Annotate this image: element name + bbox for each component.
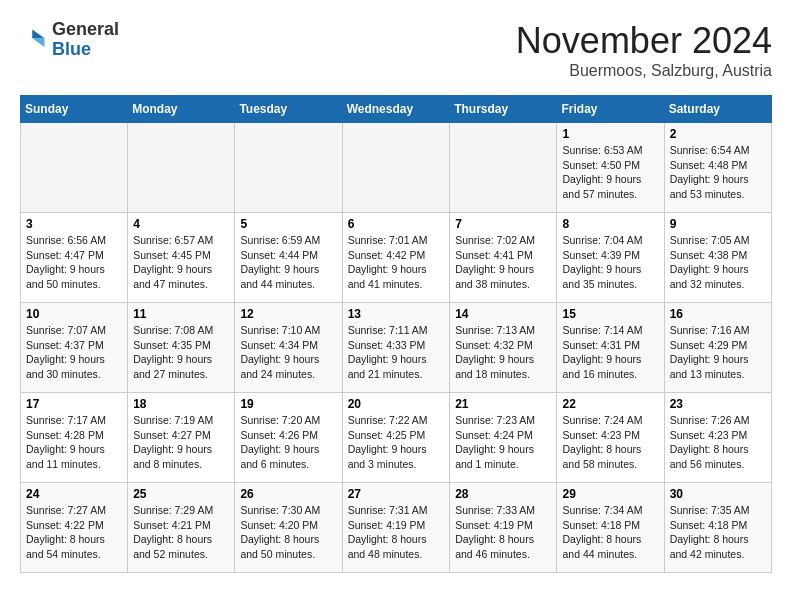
day-cell: 29Sunrise: 7:34 AM Sunset: 4:18 PM Dayli… — [557, 483, 664, 573]
day-info: Sunrise: 7:05 AM Sunset: 4:38 PM Dayligh… — [670, 233, 766, 292]
day-number: 25 — [133, 487, 229, 501]
day-number: 6 — [348, 217, 445, 231]
day-number: 12 — [240, 307, 336, 321]
day-cell: 23Sunrise: 7:26 AM Sunset: 4:23 PM Dayli… — [664, 393, 771, 483]
day-info: Sunrise: 7:31 AM Sunset: 4:19 PM Dayligh… — [348, 503, 445, 562]
day-cell: 25Sunrise: 7:29 AM Sunset: 4:21 PM Dayli… — [128, 483, 235, 573]
day-number: 30 — [670, 487, 766, 501]
day-cell: 19Sunrise: 7:20 AM Sunset: 4:26 PM Dayli… — [235, 393, 342, 483]
calendar: SundayMondayTuesdayWednesdayThursdayFrid… — [20, 95, 772, 573]
day-number: 13 — [348, 307, 445, 321]
day-number: 5 — [240, 217, 336, 231]
day-number: 22 — [562, 397, 658, 411]
logo-icon — [20, 26, 48, 54]
svg-marker-0 — [32, 29, 44, 38]
day-cell: 14Sunrise: 7:13 AM Sunset: 4:32 PM Dayli… — [450, 303, 557, 393]
day-number: 11 — [133, 307, 229, 321]
day-info: Sunrise: 7:16 AM Sunset: 4:29 PM Dayligh… — [670, 323, 766, 382]
day-cell — [128, 123, 235, 213]
title-area: November 2024 Buermoos, Salzburg, Austri… — [516, 20, 772, 80]
day-number: 19 — [240, 397, 336, 411]
day-cell: 15Sunrise: 7:14 AM Sunset: 4:31 PM Dayli… — [557, 303, 664, 393]
day-info: Sunrise: 7:26 AM Sunset: 4:23 PM Dayligh… — [670, 413, 766, 472]
calendar-body: 1Sunrise: 6:53 AM Sunset: 4:50 PM Daylig… — [21, 123, 772, 573]
day-cell: 20Sunrise: 7:22 AM Sunset: 4:25 PM Dayli… — [342, 393, 450, 483]
day-header-thursday: Thursday — [450, 96, 557, 123]
day-number: 23 — [670, 397, 766, 411]
day-info: Sunrise: 7:24 AM Sunset: 4:23 PM Dayligh… — [562, 413, 658, 472]
week-row-4: 17Sunrise: 7:17 AM Sunset: 4:28 PM Dayli… — [21, 393, 772, 483]
day-number: 2 — [670, 127, 766, 141]
day-number: 28 — [455, 487, 551, 501]
logo-general: General — [52, 20, 119, 40]
day-number: 7 — [455, 217, 551, 231]
day-number: 21 — [455, 397, 551, 411]
day-info: Sunrise: 7:35 AM Sunset: 4:18 PM Dayligh… — [670, 503, 766, 562]
day-header-friday: Friday — [557, 96, 664, 123]
day-cell: 1Sunrise: 6:53 AM Sunset: 4:50 PM Daylig… — [557, 123, 664, 213]
header-row: SundayMondayTuesdayWednesdayThursdayFrid… — [21, 96, 772, 123]
day-info: Sunrise: 7:19 AM Sunset: 4:27 PM Dayligh… — [133, 413, 229, 472]
day-number: 10 — [26, 307, 122, 321]
day-info: Sunrise: 6:59 AM Sunset: 4:44 PM Dayligh… — [240, 233, 336, 292]
day-number: 15 — [562, 307, 658, 321]
day-cell: 8Sunrise: 7:04 AM Sunset: 4:39 PM Daylig… — [557, 213, 664, 303]
logo: General Blue — [20, 20, 119, 60]
day-number: 18 — [133, 397, 229, 411]
day-info: Sunrise: 6:54 AM Sunset: 4:48 PM Dayligh… — [670, 143, 766, 202]
week-row-1: 1Sunrise: 6:53 AM Sunset: 4:50 PM Daylig… — [21, 123, 772, 213]
day-number: 3 — [26, 217, 122, 231]
day-cell: 17Sunrise: 7:17 AM Sunset: 4:28 PM Dayli… — [21, 393, 128, 483]
day-cell: 3Sunrise: 6:56 AM Sunset: 4:47 PM Daylig… — [21, 213, 128, 303]
day-cell: 12Sunrise: 7:10 AM Sunset: 4:34 PM Dayli… — [235, 303, 342, 393]
day-number: 14 — [455, 307, 551, 321]
day-cell: 9Sunrise: 7:05 AM Sunset: 4:38 PM Daylig… — [664, 213, 771, 303]
day-number: 16 — [670, 307, 766, 321]
day-info: Sunrise: 7:30 AM Sunset: 4:20 PM Dayligh… — [240, 503, 336, 562]
logo-text: General Blue — [52, 20, 119, 60]
day-cell: 26Sunrise: 7:30 AM Sunset: 4:20 PM Dayli… — [235, 483, 342, 573]
day-number: 1 — [562, 127, 658, 141]
day-info: Sunrise: 7:23 AM Sunset: 4:24 PM Dayligh… — [455, 413, 551, 472]
day-info: Sunrise: 6:53 AM Sunset: 4:50 PM Dayligh… — [562, 143, 658, 202]
day-number: 24 — [26, 487, 122, 501]
day-cell: 30Sunrise: 7:35 AM Sunset: 4:18 PM Dayli… — [664, 483, 771, 573]
day-cell: 6Sunrise: 7:01 AM Sunset: 4:42 PM Daylig… — [342, 213, 450, 303]
day-info: Sunrise: 6:56 AM Sunset: 4:47 PM Dayligh… — [26, 233, 122, 292]
day-info: Sunrise: 7:13 AM Sunset: 4:32 PM Dayligh… — [455, 323, 551, 382]
day-info: Sunrise: 7:20 AM Sunset: 4:26 PM Dayligh… — [240, 413, 336, 472]
week-row-3: 10Sunrise: 7:07 AM Sunset: 4:37 PM Dayli… — [21, 303, 772, 393]
day-number: 27 — [348, 487, 445, 501]
day-info: Sunrise: 7:04 AM Sunset: 4:39 PM Dayligh… — [562, 233, 658, 292]
day-cell: 18Sunrise: 7:19 AM Sunset: 4:27 PM Dayli… — [128, 393, 235, 483]
day-cell: 7Sunrise: 7:02 AM Sunset: 4:41 PM Daylig… — [450, 213, 557, 303]
day-cell: 5Sunrise: 6:59 AM Sunset: 4:44 PM Daylig… — [235, 213, 342, 303]
day-number: 17 — [26, 397, 122, 411]
day-header-monday: Monday — [128, 96, 235, 123]
day-cell: 2Sunrise: 6:54 AM Sunset: 4:48 PM Daylig… — [664, 123, 771, 213]
day-cell — [342, 123, 450, 213]
day-cell — [235, 123, 342, 213]
day-info: Sunrise: 7:27 AM Sunset: 4:22 PM Dayligh… — [26, 503, 122, 562]
day-info: Sunrise: 7:07 AM Sunset: 4:37 PM Dayligh… — [26, 323, 122, 382]
day-info: Sunrise: 7:02 AM Sunset: 4:41 PM Dayligh… — [455, 233, 551, 292]
month-title: November 2024 — [516, 20, 772, 62]
day-number: 20 — [348, 397, 445, 411]
day-cell — [450, 123, 557, 213]
day-header-tuesday: Tuesday — [235, 96, 342, 123]
day-info: Sunrise: 7:14 AM Sunset: 4:31 PM Dayligh… — [562, 323, 658, 382]
day-number: 8 — [562, 217, 658, 231]
day-cell: 27Sunrise: 7:31 AM Sunset: 4:19 PM Dayli… — [342, 483, 450, 573]
day-cell: 21Sunrise: 7:23 AM Sunset: 4:24 PM Dayli… — [450, 393, 557, 483]
day-number: 29 — [562, 487, 658, 501]
header: General Blue November 2024 Buermoos, Sal… — [20, 20, 772, 80]
day-number: 26 — [240, 487, 336, 501]
day-number: 9 — [670, 217, 766, 231]
day-cell: 22Sunrise: 7:24 AM Sunset: 4:23 PM Dayli… — [557, 393, 664, 483]
logo-blue: Blue — [52, 40, 119, 60]
day-cell: 16Sunrise: 7:16 AM Sunset: 4:29 PM Dayli… — [664, 303, 771, 393]
day-info: Sunrise: 7:29 AM Sunset: 4:21 PM Dayligh… — [133, 503, 229, 562]
svg-marker-1 — [32, 38, 44, 47]
day-cell — [21, 123, 128, 213]
day-number: 4 — [133, 217, 229, 231]
